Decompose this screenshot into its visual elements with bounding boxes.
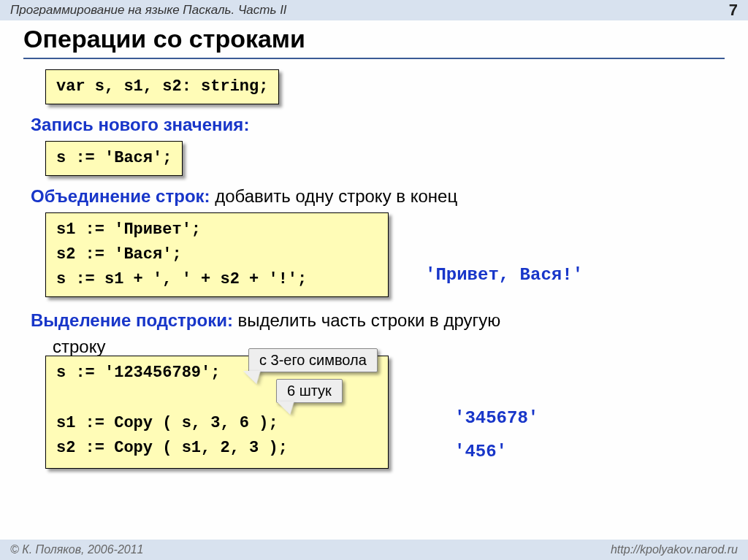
footer-url: http://kpolyakov.narod.ru xyxy=(611,543,738,556)
code-concat: s1 := 'Привет'; s2 := 'Вася'; s := s1 + … xyxy=(45,212,389,297)
block-concat: s1 := 'Привет'; s2 := 'Вася'; s := s1 + … xyxy=(45,212,725,297)
header-title: Программирование на языке Паскаль. Часть… xyxy=(10,3,287,18)
code-assign: s := 'Вася'; xyxy=(45,141,183,176)
callout-count-text: 6 штук xyxy=(276,379,343,403)
callout-from-char: с 3-его символа xyxy=(248,348,378,372)
block-assign: s := 'Вася'; xyxy=(45,141,725,176)
block-declaration: var s, s1, s2: string; xyxy=(45,69,725,104)
page-title: Операции со строками xyxy=(23,25,725,53)
page-number: 7 xyxy=(729,1,738,20)
section-concat-label: Объединение строк: добавить одну строку … xyxy=(31,186,725,207)
header-bar: Программирование на языке Паскаль. Часть… xyxy=(0,0,748,20)
section-concat-plain: добавить одну строку в конец xyxy=(210,186,458,206)
footer-copyright: © К. Поляков, 2006-2011 xyxy=(10,543,143,556)
callout-count: 6 штук xyxy=(276,379,343,403)
result-concat: 'Привет, Вася!' xyxy=(425,265,583,285)
section-substr-plain2: строку xyxy=(53,337,725,357)
section-substr-bold: Выделение подстроки: xyxy=(31,310,233,330)
code-declaration: var s, s1, s2: string; xyxy=(45,69,279,104)
section-concat-bold: Объединение строк: xyxy=(31,186,210,206)
section-assign-label: Запись нового значения: xyxy=(31,115,725,135)
callout-from-char-text: с 3-его символа xyxy=(248,348,378,372)
slide-content: Операции со строками var s, s1, s2: stri… xyxy=(0,20,748,469)
code-substr: s := '123456789'; s1 := Copy ( s, 3, 6 )… xyxy=(45,356,389,468)
result-substr-1: '345678' xyxy=(454,408,538,428)
footer-bar: © К. Поляков, 2006-2011 http://kpolyakov… xyxy=(0,540,748,560)
result-substr-2: '456' xyxy=(454,442,507,461)
title-rule xyxy=(23,58,725,59)
section-substr-plain: выделить часть строки в другую xyxy=(233,310,500,330)
block-substr: s := '123456789'; s1 := Copy ( s, 3, 6 )… xyxy=(45,356,725,468)
section-substr-label: Выделение подстроки: выделить часть стро… xyxy=(31,310,725,331)
